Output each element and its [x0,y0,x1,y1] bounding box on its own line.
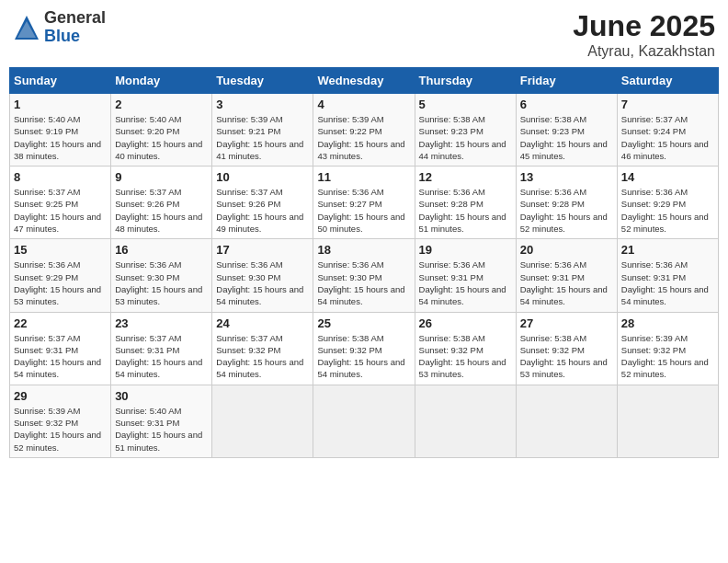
logo-blue-text: Blue [44,28,106,46]
table-row: 21 Sunrise: 5:36 AM Sunset: 9:31 PM Dayl… [617,239,718,312]
day-info: Sunrise: 5:37 AM Sunset: 9:32 PM Dayligh… [216,332,309,381]
day-number: 15 [14,243,107,257]
day-number: 3 [216,98,309,111]
table-row: 9 Sunrise: 5:37 AM Sunset: 9:26 PM Dayli… [111,167,212,239]
table-row: 5 Sunrise: 5:38 AM Sunset: 9:23 PM Dayli… [415,94,516,167]
table-row: 6 Sunrise: 5:38 AM Sunset: 9:23 PM Dayli… [516,94,617,167]
calendar-week-row: 8 Sunrise: 5:37 AM Sunset: 9:25 PM Dayli… [10,167,719,239]
day-number: 19 [419,243,512,257]
day-info: Sunrise: 5:37 AM Sunset: 9:24 PM Dayligh… [621,113,714,162]
day-info: Sunrise: 5:36 AM Sunset: 9:29 PM Dayligh… [14,259,107,307]
table-row: 22 Sunrise: 5:37 AM Sunset: 9:31 PM Dayl… [10,312,111,385]
day-info: Sunrise: 5:38 AM Sunset: 9:32 PM Dayligh… [520,332,613,381]
day-number: 9 [115,170,208,184]
table-row [617,385,718,457]
day-number: 21 [621,243,714,257]
table-row: 2 Sunrise: 5:40 AM Sunset: 9:20 PM Dayli… [111,94,212,167]
day-info: Sunrise: 5:39 AM Sunset: 9:21 PM Dayligh… [216,113,309,162]
table-row: 19 Sunrise: 5:36 AM Sunset: 9:31 PM Dayl… [415,239,516,312]
col-saturday: Saturday [617,68,718,94]
day-number: 1 [14,98,107,111]
day-info: Sunrise: 5:37 AM Sunset: 9:25 PM Dayligh… [14,186,107,235]
calendar-table: Sunday Monday Tuesday Wednesday Thursday… [9,67,719,458]
table-row: 29 Sunrise: 5:39 AM Sunset: 9:32 PM Dayl… [10,385,111,457]
table-row: 13 Sunrise: 5:36 AM Sunset: 9:28 PM Dayl… [516,167,617,239]
day-number: 25 [317,316,410,330]
day-info: Sunrise: 5:37 AM Sunset: 9:31 PM Dayligh… [14,332,107,381]
table-row: 15 Sunrise: 5:36 AM Sunset: 9:29 PM Dayl… [10,239,111,312]
day-info: Sunrise: 5:38 AM Sunset: 9:32 PM Dayligh… [317,332,410,381]
day-number: 27 [520,316,613,330]
day-info: Sunrise: 5:36 AM Sunset: 9:31 PM Dayligh… [419,259,512,307]
table-row: 11 Sunrise: 5:36 AM Sunset: 9:27 PM Dayl… [313,167,415,239]
calendar-week-row: 29 Sunrise: 5:39 AM Sunset: 9:32 PM Dayl… [10,385,719,457]
table-row: 30 Sunrise: 5:40 AM Sunset: 9:31 PM Dayl… [111,385,212,457]
calendar-week-row: 22 Sunrise: 5:37 AM Sunset: 9:31 PM Dayl… [10,312,719,385]
day-number: 14 [621,170,714,184]
day-number: 23 [115,316,208,330]
table-row: 3 Sunrise: 5:39 AM Sunset: 9:21 PM Dayli… [212,94,313,167]
page-header: General Blue June 2025 Atyrau, Kazakhsta… [9,9,719,60]
day-number: 8 [14,170,107,184]
calendar-week-row: 1 Sunrise: 5:40 AM Sunset: 9:19 PM Dayli… [10,94,719,167]
day-number: 2 [115,98,208,111]
table-row: 26 Sunrise: 5:38 AM Sunset: 9:32 PM Dayl… [415,312,516,385]
table-row: 16 Sunrise: 5:36 AM Sunset: 9:30 PM Dayl… [111,239,212,312]
table-row: 1 Sunrise: 5:40 AM Sunset: 9:19 PM Dayli… [10,94,111,167]
day-info: Sunrise: 5:38 AM Sunset: 9:32 PM Dayligh… [419,332,512,381]
col-friday: Friday [516,68,617,94]
day-number: 12 [419,170,512,184]
day-number: 30 [115,389,208,403]
day-info: Sunrise: 5:37 AM Sunset: 9:26 PM Dayligh… [216,186,309,235]
table-row: 17 Sunrise: 5:36 AM Sunset: 9:30 PM Dayl… [212,239,313,312]
day-info: Sunrise: 5:39 AM Sunset: 9:22 PM Dayligh… [317,113,410,162]
day-info: Sunrise: 5:40 AM Sunset: 9:19 PM Dayligh… [14,113,107,162]
day-number: 29 [14,389,107,403]
table-row: 14 Sunrise: 5:36 AM Sunset: 9:29 PM Dayl… [617,167,718,239]
day-info: Sunrise: 5:36 AM Sunset: 9:30 PM Dayligh… [317,259,410,307]
table-row: 24 Sunrise: 5:37 AM Sunset: 9:32 PM Dayl… [212,312,313,385]
day-number: 4 [317,98,410,111]
day-info: Sunrise: 5:36 AM Sunset: 9:30 PM Dayligh… [115,259,208,307]
day-info: Sunrise: 5:36 AM Sunset: 9:28 PM Dayligh… [520,186,613,235]
day-info: Sunrise: 5:40 AM Sunset: 9:31 PM Dayligh… [115,405,208,454]
day-info: Sunrise: 5:39 AM Sunset: 9:32 PM Dayligh… [14,405,107,454]
logo-general-text: General [44,9,106,28]
day-number: 17 [216,243,309,257]
day-info: Sunrise: 5:38 AM Sunset: 9:23 PM Dayligh… [419,113,512,162]
day-number: 22 [14,316,107,330]
day-info: Sunrise: 5:36 AM Sunset: 9:30 PM Dayligh… [216,259,309,307]
day-info: Sunrise: 5:36 AM Sunset: 9:27 PM Dayligh… [317,186,410,235]
day-number: 18 [317,243,410,257]
day-number: 28 [621,316,714,330]
calendar-header-row: Sunday Monday Tuesday Wednesday Thursday… [10,68,719,94]
table-row: 8 Sunrise: 5:37 AM Sunset: 9:25 PM Dayli… [10,167,111,239]
table-row [313,385,415,457]
table-row: 7 Sunrise: 5:37 AM Sunset: 9:24 PM Dayli… [617,94,718,167]
logo: General Blue [13,9,106,46]
col-wednesday: Wednesday [313,68,415,94]
day-number: 16 [115,243,208,257]
table-row: 12 Sunrise: 5:36 AM Sunset: 9:28 PM Dayl… [415,167,516,239]
table-row: 27 Sunrise: 5:38 AM Sunset: 9:32 PM Dayl… [516,312,617,385]
col-monday: Monday [111,68,212,94]
table-row [415,385,516,457]
logo-text: General Blue [44,9,106,46]
day-info: Sunrise: 5:37 AM Sunset: 9:31 PM Dayligh… [115,332,208,381]
day-number: 7 [621,98,714,111]
table-row: 10 Sunrise: 5:37 AM Sunset: 9:26 PM Dayl… [212,167,313,239]
table-row: 20 Sunrise: 5:36 AM Sunset: 9:31 PM Dayl… [516,239,617,312]
day-info: Sunrise: 5:36 AM Sunset: 9:29 PM Dayligh… [621,186,714,235]
day-number: 11 [317,170,410,184]
day-info: Sunrise: 5:40 AM Sunset: 9:20 PM Dayligh… [115,113,208,162]
title-area: June 2025 Atyrau, Kazakhstan [573,9,715,60]
day-number: 20 [520,243,613,257]
col-thursday: Thursday [415,68,516,94]
calendar-week-row: 15 Sunrise: 5:36 AM Sunset: 9:29 PM Dayl… [10,239,719,312]
table-row: 23 Sunrise: 5:37 AM Sunset: 9:31 PM Dayl… [111,312,212,385]
day-info: Sunrise: 5:39 AM Sunset: 9:32 PM Dayligh… [621,332,714,381]
day-number: 13 [520,170,613,184]
day-info: Sunrise: 5:36 AM Sunset: 9:28 PM Dayligh… [419,186,512,235]
col-sunday: Sunday [10,68,111,94]
day-info: Sunrise: 5:37 AM Sunset: 9:26 PM Dayligh… [115,186,208,235]
